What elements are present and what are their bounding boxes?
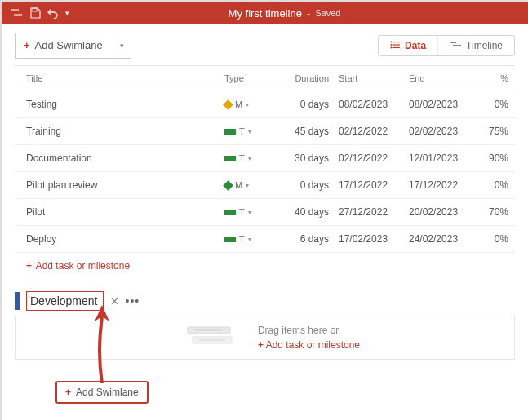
cell-title[interactable]: Pilot xyxy=(26,206,224,218)
chevron-down-icon[interactable]: ▾ xyxy=(246,182,249,189)
task-table: Title Type Duration Start End % TestingM… xyxy=(15,65,515,280)
table-row[interactable]: TrainingT▾45 days02/12/202202/02/202375% xyxy=(15,117,515,144)
add-task-button[interactable]: + Add task or milestone xyxy=(15,252,515,280)
col-duration[interactable]: Duration xyxy=(282,73,339,83)
cell-duration[interactable]: 0 days xyxy=(282,179,339,191)
undo-icon[interactable] xyxy=(44,7,62,19)
col-start[interactable]: Start xyxy=(339,73,409,83)
title-separator: - xyxy=(307,7,310,20)
svg-point-5 xyxy=(390,44,392,46)
svg-rect-10 xyxy=(453,45,461,46)
undo-dropdown-icon[interactable]: ▾ xyxy=(62,9,72,17)
cell-percent[interactable]: 90% xyxy=(479,153,512,164)
add-swimlane-button[interactable]: + Add Swimlane ▾ xyxy=(15,33,131,59)
view-data-label: Data xyxy=(405,40,426,51)
cell-percent[interactable]: 70% xyxy=(479,206,512,218)
drop-add-task-button[interactable]: + Add task or milestone xyxy=(258,339,360,351)
swimlane-dropzone[interactable]: Drag items here or + Add task or milesto… xyxy=(15,316,515,360)
chevron-down-icon[interactable]: ▾ xyxy=(246,101,249,108)
cell-type[interactable]: T▾ xyxy=(224,207,282,217)
close-icon[interactable]: ✕ xyxy=(110,295,119,307)
cell-title[interactable]: Pilot plan review xyxy=(26,179,224,191)
cell-percent[interactable]: 0% xyxy=(479,99,512,110)
swimlane-color-chip[interactable] xyxy=(15,292,20,310)
plus-icon: + xyxy=(24,39,30,52)
cell-start[interactable]: 08/02/2023 xyxy=(339,99,409,110)
view-data[interactable]: Data xyxy=(379,36,437,55)
chevron-down-icon[interactable]: ▾ xyxy=(248,236,251,243)
drop-illustration-icon xyxy=(186,325,233,350)
drop-hint: Drag items here or xyxy=(258,325,339,336)
cell-start[interactable]: 02/12/2022 xyxy=(339,153,409,164)
cell-type[interactable]: T▾ xyxy=(224,234,282,244)
col-type[interactable]: Type xyxy=(224,73,282,83)
cell-duration[interactable]: 30 days xyxy=(282,153,339,164)
cell-start[interactable]: 02/12/2022 xyxy=(339,126,409,137)
chevron-down-icon[interactable]: ▾ xyxy=(248,209,251,216)
cell-title[interactable]: Testing xyxy=(26,99,224,110)
cell-end[interactable]: 02/02/2023 xyxy=(409,126,479,137)
cell-title[interactable]: Deploy xyxy=(26,233,224,245)
view-toggle: Data Timeline xyxy=(378,35,515,56)
table-row[interactable]: TestingM▾0 days08/02/202308/02/20230% xyxy=(15,91,515,117)
type-shape-icon xyxy=(224,210,236,215)
cell-percent[interactable]: 0% xyxy=(479,233,512,245)
cell-percent[interactable]: 0% xyxy=(479,179,512,191)
table-row[interactable]: DeployT▾6 days17/02/202324/02/20230% xyxy=(15,225,515,252)
cell-start[interactable]: 17/02/2023 xyxy=(339,233,409,245)
svg-rect-9 xyxy=(450,42,456,43)
cell-start[interactable]: 17/12/2022 xyxy=(339,179,409,191)
app-header: ▾ My first timeline - Saved xyxy=(2,2,528,24)
svg-point-7 xyxy=(390,46,392,48)
view-timeline[interactable]: Timeline xyxy=(437,36,514,55)
plus-icon: + xyxy=(258,339,264,351)
view-timeline-label: Timeline xyxy=(466,40,503,51)
cell-type[interactable]: M▾ xyxy=(224,99,282,109)
svg-rect-4 xyxy=(393,42,400,42)
type-letter: T xyxy=(239,234,245,244)
cell-duration[interactable]: 0 days xyxy=(282,99,339,110)
cell-type[interactable]: T▾ xyxy=(224,153,282,163)
cell-title[interactable]: Documentation xyxy=(26,153,224,164)
cell-end[interactable]: 17/12/2022 xyxy=(409,179,479,191)
list-icon xyxy=(390,40,400,51)
add-swimlane-label: Add Swimlane xyxy=(35,39,103,52)
type-shape-icon xyxy=(223,99,233,110)
type-shape-icon xyxy=(224,129,236,135)
chevron-down-icon[interactable]: ▾ xyxy=(248,155,251,162)
save-state: Saved xyxy=(315,8,340,18)
doc-name: My first timeline xyxy=(229,7,302,20)
cell-end[interactable]: 12/01/2023 xyxy=(409,153,479,164)
col-end[interactable]: End xyxy=(409,73,479,83)
cell-start[interactable]: 27/12/2022 xyxy=(339,206,409,218)
add-swimlane-bottom-button[interactable]: + Add Swimlane xyxy=(55,381,149,404)
cell-duration[interactable]: 40 days xyxy=(282,206,339,218)
cell-type[interactable]: T▾ xyxy=(224,126,282,136)
toolbar: + Add Swimlane ▾ Data Timeline xyxy=(2,24,528,65)
table-row[interactable]: PilotT▾40 days27/12/202220/02/202370% xyxy=(15,198,515,225)
cell-percent[interactable]: 75% xyxy=(479,126,512,137)
chevron-down-icon[interactable]: ▾ xyxy=(248,128,251,135)
cell-end[interactable]: 20/02/2023 xyxy=(409,206,479,218)
cell-end[interactable]: 24/02/2023 xyxy=(409,233,479,245)
table-row[interactable]: Pilot plan reviewM▾0 days17/12/202217/12… xyxy=(15,171,515,198)
cell-end[interactable]: 08/02/2023 xyxy=(409,99,479,110)
swimlane-name-input[interactable]: Development xyxy=(26,291,104,311)
cell-type[interactable]: M▾ xyxy=(224,180,282,190)
cell-duration[interactable]: 6 days xyxy=(282,233,339,245)
svg-point-3 xyxy=(390,41,392,42)
type-shape-icon xyxy=(224,237,236,242)
col-title[interactable]: Title xyxy=(26,73,224,83)
cell-title[interactable]: Training xyxy=(26,126,224,137)
chevron-down-icon[interactable]: ▾ xyxy=(113,38,131,54)
table-row[interactable]: DocumentationT▾30 days02/12/202212/01/20… xyxy=(15,144,515,171)
col-percent[interactable]: % xyxy=(479,73,512,83)
swimlane: Development ✕ ••• Drag items here or + A… xyxy=(15,291,515,404)
table-header: Title Type Duration Start End % xyxy=(15,65,515,91)
svg-rect-2 xyxy=(33,8,37,11)
type-letter: M xyxy=(235,180,242,190)
more-icon[interactable]: ••• xyxy=(126,294,140,307)
cell-duration[interactable]: 45 days xyxy=(282,126,339,137)
svg-rect-0 xyxy=(11,9,19,11)
save-icon[interactable] xyxy=(26,7,44,19)
